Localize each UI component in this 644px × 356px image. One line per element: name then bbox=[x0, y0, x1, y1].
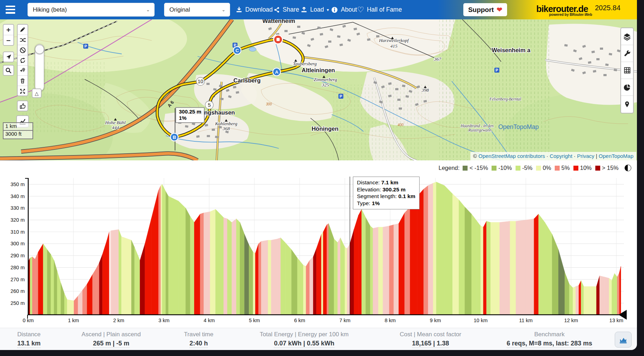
y-axis-tick: 250 m bbox=[11, 300, 25, 306]
reverse-route-button[interactable] bbox=[18, 35, 28, 45]
layers-button[interactable] bbox=[621, 28, 633, 45]
draw-route-button[interactable] bbox=[18, 25, 28, 35]
y-axis-tick: 270 m bbox=[11, 277, 25, 282]
delete-button[interactable] bbox=[18, 76, 28, 86]
map-place-label: 300 bbox=[266, 102, 272, 106]
y-axis-tick: 320 m bbox=[11, 217, 25, 223]
share-icon bbox=[273, 7, 280, 13]
stat-energy: Total Energy | Energy per 100 km0.07 kWh… bbox=[260, 331, 349, 348]
settings-button[interactable] bbox=[621, 45, 633, 62]
x-axis-tick: 11 km bbox=[519, 318, 532, 323]
opentopomap-watermark[interactable]: OpenTopoMap bbox=[498, 123, 539, 131]
copyright-link[interactable]: Copyright bbox=[550, 153, 572, 159]
search-icon bbox=[5, 67, 12, 74]
menu-hamburger-icon[interactable] bbox=[6, 6, 15, 14]
legend-item: 5% bbox=[555, 165, 570, 171]
pencil-icon bbox=[19, 26, 26, 33]
route-alternative-value: Original bbox=[169, 6, 190, 13]
pin-arrow-icon bbox=[19, 67, 26, 74]
load-link[interactable]: Load ▾ bbox=[301, 0, 329, 19]
gradient-toggle-button[interactable]: △ bbox=[32, 88, 42, 98]
zoom-in-button[interactable]: + bbox=[4, 25, 13, 35]
opacity-slider[interactable] bbox=[35, 44, 44, 91]
slider-knob[interactable] bbox=[35, 45, 44, 54]
roundtrip-button[interactable] bbox=[18, 55, 28, 66]
map-place-label: 325 bbox=[321, 82, 329, 87]
map-place-label: Haardtrand - In den bbox=[460, 124, 493, 128]
stat-cost: Cost | Mean cost factor18,165 | 1.38 bbox=[400, 331, 461, 348]
map-place-label: Harzweilerkopf bbox=[379, 38, 409, 43]
map-place-label: Carlsberg bbox=[233, 77, 260, 84]
legend-item: < -15% bbox=[463, 165, 488, 171]
map-canvas[interactable]: WattenheimHarzweilerkopf415Weisenheim a3… bbox=[0, 19, 637, 160]
contrast-toggle-icon[interactable] bbox=[625, 165, 631, 171]
logo-title: bikerouter.de bbox=[532, 5, 592, 13]
fit-route-button[interactable] bbox=[18, 86, 28, 96]
opentopomap-link[interactable]: OpenTopoMap bbox=[599, 153, 633, 159]
osm-contributors-link[interactable]: OpenStreetMap contributors bbox=[479, 153, 545, 159]
x-axis-tick: 9 km bbox=[430, 318, 441, 323]
route-statistics-bar: Distance13.1 km Ascend | Plain ascend265… bbox=[0, 328, 637, 350]
area-chart-icon bbox=[619, 335, 628, 344]
download-icon bbox=[236, 6, 242, 13]
y-axis-tick: 330 m bbox=[11, 205, 25, 211]
where-am-i-button[interactable] bbox=[621, 96, 633, 113]
poi-button[interactable] bbox=[18, 66, 28, 76]
like-button[interactable] bbox=[17, 100, 28, 111]
map-place-label: Kahlenberg bbox=[215, 121, 237, 126]
y-axis-tick: 350 m bbox=[11, 182, 25, 187]
privacy-link[interactable]: Privacy bbox=[577, 153, 594, 159]
about-link[interactable]: About bbox=[331, 0, 357, 19]
map-place-label: Rustergewann bbox=[468, 128, 492, 133]
stat-distance: Distance13.1 km bbox=[17, 331, 41, 348]
support-button[interactable]: Support ❤ bbox=[463, 3, 507, 16]
data-table-button[interactable] bbox=[621, 62, 633, 79]
no-entry-icon bbox=[19, 47, 26, 54]
map-place-label: 400 bbox=[398, 123, 404, 127]
stats-pie-button[interactable] bbox=[621, 79, 633, 96]
stat-benchmark: Benchmark6 reqs, M=8 ms, last: 283 ms bbox=[507, 331, 592, 348]
scale-metric: 1 km bbox=[3, 122, 33, 131]
stat-ascend: Ascend | Plain ascend265 m | -5 m bbox=[82, 331, 141, 348]
route-alternative-select[interactable]: Original ⌄ bbox=[164, 3, 230, 17]
svg-text:C: C bbox=[235, 48, 239, 53]
download-link[interactable]: Download bbox=[236, 0, 273, 19]
x-axis-tick: 5 km bbox=[249, 318, 260, 323]
elevation-chart[interactable]: 250 m260 m270 m280 m290 m300 m310 m320 m… bbox=[0, 160, 637, 328]
elevation-chart-toggle-button[interactable] bbox=[615, 332, 632, 348]
x-axis-tick: 10 km bbox=[474, 318, 488, 323]
legend-color-chip bbox=[573, 166, 578, 171]
x-axis-tick: 2 km bbox=[113, 318, 124, 323]
zoom-out-button[interactable]: − bbox=[4, 35, 13, 45]
hall-of-fame-link[interactable]: ♡ Hall of Fame bbox=[357, 0, 402, 19]
routing-profile-select[interactable]: Hiking (beta) ⌄ bbox=[28, 3, 155, 17]
scale-control: 1 km 3000 ft bbox=[3, 122, 33, 139]
y-axis-tick: 300 m bbox=[11, 241, 25, 246]
locate-button[interactable] bbox=[3, 51, 14, 62]
top-navbar: Hiking (beta) ⌄ Original ⌄ Download Shar… bbox=[0, 0, 637, 19]
svg-text:P: P bbox=[84, 44, 87, 48]
legend-item: -5% bbox=[516, 165, 532, 171]
stat-travel-time: Travel time2:40 h bbox=[184, 331, 213, 348]
nogo-button[interactable] bbox=[18, 45, 28, 55]
logo[interactable]: bikerouter.de powered by BRouter-Web bbox=[532, 5, 592, 17]
map-place-label: Felsenberg-Berntal bbox=[489, 97, 521, 102]
svg-text:5: 5 bbox=[208, 102, 211, 108]
x-axis-tick: 4 km bbox=[204, 318, 215, 323]
draw-toolbar bbox=[17, 24, 28, 96]
wrench-icon bbox=[624, 50, 631, 57]
x-axis-tick: 8 km bbox=[385, 318, 396, 323]
y-axis-tick: 260 m bbox=[11, 288, 25, 294]
legend-item: 0% bbox=[536, 165, 551, 171]
table-grid-icon bbox=[624, 67, 631, 74]
info-icon bbox=[331, 6, 338, 13]
share-link[interactable]: Share bbox=[273, 0, 299, 19]
map-place-label: Altleiningen bbox=[302, 67, 335, 73]
map-place-label: 444 bbox=[112, 125, 119, 130]
x-axis-tick: 1 km bbox=[68, 318, 79, 323]
legend-item: -10% bbox=[492, 165, 512, 171]
map-attribution: © OpenStreetMap contributors · Copyright… bbox=[470, 152, 636, 160]
search-button[interactable] bbox=[3, 65, 14, 76]
legend-color-chip bbox=[463, 166, 468, 171]
legend-title: Legend: bbox=[439, 165, 460, 171]
